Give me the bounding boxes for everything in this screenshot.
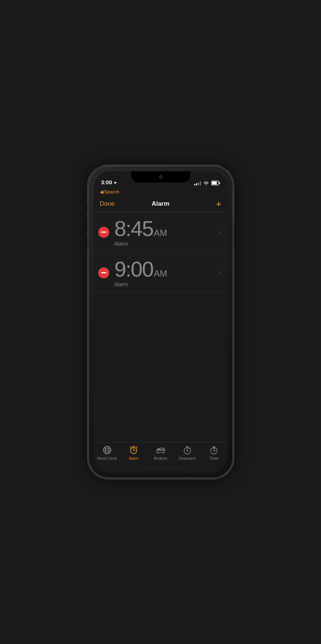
tab-timer[interactable]: Timer xyxy=(201,445,227,460)
svg-rect-2 xyxy=(212,182,216,185)
alarm-1-label: Alarm xyxy=(115,241,216,247)
volume-down-button[interactable] xyxy=(87,236,89,250)
minus-icon xyxy=(101,232,106,233)
signal-icon xyxy=(194,181,201,185)
tab-bedtime[interactable]: Bedtime xyxy=(147,445,174,460)
camera xyxy=(159,175,163,179)
battery-icon xyxy=(211,181,220,185)
delete-alarm-1-button[interactable] xyxy=(98,227,109,238)
alarm-1-info: 8:45 AM Alarm xyxy=(115,218,216,247)
svg-rect-14 xyxy=(157,449,164,452)
notch xyxy=(131,171,190,182)
alarm-2-ampm: AM xyxy=(154,268,167,279)
nav-bar: Done Alarm + xyxy=(94,196,228,212)
phone-frame: 3:00 ► xyxy=(89,166,233,478)
search-back-label[interactable]: Search xyxy=(104,189,119,195)
phone-screen: 3:00 ► xyxy=(94,171,228,473)
alarm-list: 8:45 AM Alarm › 9:00 AM Alarm xyxy=(94,212,228,442)
alarm-1-ampm: AM xyxy=(154,228,167,238)
alarm-2-info: 9:00 AM Alarm xyxy=(115,258,216,287)
tab-stopwatch[interactable]: Stopwatch xyxy=(174,445,201,460)
done-button[interactable]: Done xyxy=(100,200,115,208)
alarm-2-chevron: › xyxy=(219,269,222,277)
power-button[interactable] xyxy=(233,225,234,249)
globe-icon xyxy=(102,445,112,455)
stopwatch-icon xyxy=(182,445,192,455)
tab-world-clock-label: World Clock xyxy=(97,456,117,460)
svg-line-11 xyxy=(130,447,132,448)
tab-alarm[interactable]: Alarm xyxy=(120,445,147,460)
back-row: ◀ Search xyxy=(94,188,228,196)
svg-line-24 xyxy=(190,448,191,449)
alarm-2-time: 9:00 xyxy=(115,258,153,280)
alarm-row[interactable]: 8:45 AM Alarm › xyxy=(94,212,228,253)
alarm-1-chevron: › xyxy=(219,228,222,236)
volume-up-button[interactable] xyxy=(87,218,89,231)
svg-rect-1 xyxy=(219,182,220,184)
minus-icon xyxy=(101,272,106,273)
svg-line-12 xyxy=(136,447,137,448)
timer-icon xyxy=(209,445,219,455)
tab-bar: World Clock Alarm xyxy=(94,442,228,473)
tab-world-clock[interactable]: World Clock xyxy=(94,445,120,460)
status-indicators xyxy=(194,181,220,185)
alarm-2-label: Alarm xyxy=(115,281,216,287)
tab-alarm-label: Alarm xyxy=(129,456,139,460)
alarm-1-time: 8:45 xyxy=(115,218,153,239)
svg-point-21 xyxy=(187,450,188,452)
location-icon: ► xyxy=(114,180,118,185)
back-arrow: ◀ xyxy=(100,189,103,195)
status-time: 3:00 ► xyxy=(101,179,118,185)
wifi-icon xyxy=(203,181,209,185)
bed-icon xyxy=(156,445,165,455)
tab-bedtime-label: Bedtime xyxy=(154,456,167,460)
page-title: Alarm xyxy=(151,200,169,208)
silent-switch[interactable] xyxy=(87,203,89,213)
tab-stopwatch-label: Stopwatch xyxy=(179,456,196,460)
alarm-row[interactable]: 9:00 AM Alarm › xyxy=(94,253,228,293)
alarm-icon xyxy=(129,445,139,455)
delete-alarm-2-button[interactable] xyxy=(98,267,109,278)
tab-timer-label: Timer xyxy=(209,456,219,460)
add-alarm-button[interactable]: + xyxy=(216,199,221,209)
